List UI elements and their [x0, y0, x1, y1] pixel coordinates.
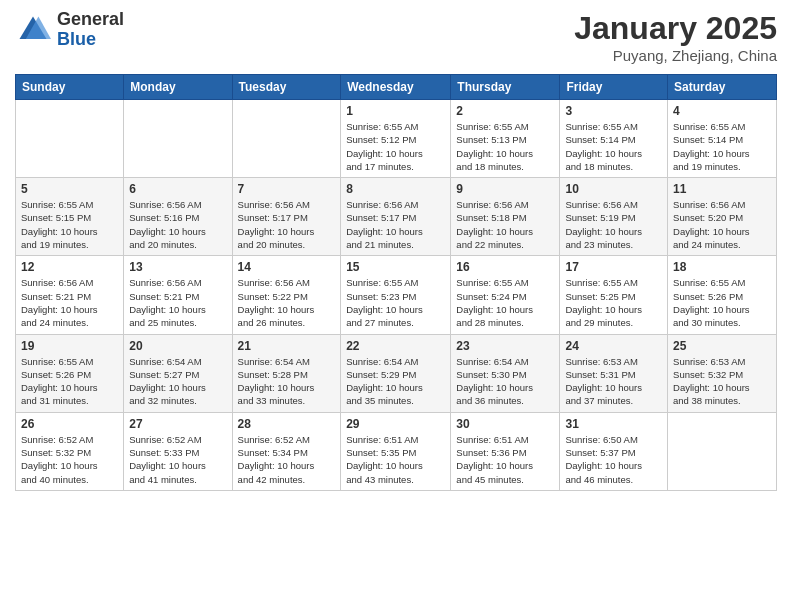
day-info: Sunrise: 6:51 AM Sunset: 5:35 PM Dayligh… [346, 433, 445, 486]
day-number: 25 [673, 339, 771, 353]
day-number: 6 [129, 182, 226, 196]
day-number: 16 [456, 260, 554, 274]
logo-icon [15, 12, 51, 48]
calendar-week-row: 1Sunrise: 6:55 AM Sunset: 5:12 PM Daylig… [16, 100, 777, 178]
calendar-cell: 3Sunrise: 6:55 AM Sunset: 5:14 PM Daylig… [560, 100, 668, 178]
calendar-cell: 27Sunrise: 6:52 AM Sunset: 5:33 PM Dayli… [124, 412, 232, 490]
calendar-cell: 17Sunrise: 6:55 AM Sunset: 5:25 PM Dayli… [560, 256, 668, 334]
calendar-cell: 22Sunrise: 6:54 AM Sunset: 5:29 PM Dayli… [341, 334, 451, 412]
day-number: 10 [565, 182, 662, 196]
calendar-cell: 12Sunrise: 6:56 AM Sunset: 5:21 PM Dayli… [16, 256, 124, 334]
title-block: January 2025 Puyang, Zhejiang, China [574, 10, 777, 64]
day-number: 14 [238, 260, 336, 274]
calendar-cell: 4Sunrise: 6:55 AM Sunset: 5:14 PM Daylig… [668, 100, 777, 178]
calendar-week-row: 19Sunrise: 6:55 AM Sunset: 5:26 PM Dayli… [16, 334, 777, 412]
day-info: Sunrise: 6:55 AM Sunset: 5:14 PM Dayligh… [565, 120, 662, 173]
calendar-cell: 8Sunrise: 6:56 AM Sunset: 5:17 PM Daylig… [341, 178, 451, 256]
day-number: 20 [129, 339, 226, 353]
logo-text: General Blue [57, 10, 124, 50]
day-number: 5 [21, 182, 118, 196]
day-info: Sunrise: 6:54 AM Sunset: 5:27 PM Dayligh… [129, 355, 226, 408]
day-number: 17 [565, 260, 662, 274]
day-number: 22 [346, 339, 445, 353]
calendar-cell [668, 412, 777, 490]
day-info: Sunrise: 6:56 AM Sunset: 5:22 PM Dayligh… [238, 276, 336, 329]
weekday-header: Sunday [16, 75, 124, 100]
day-number: 29 [346, 417, 445, 431]
day-info: Sunrise: 6:54 AM Sunset: 5:28 PM Dayligh… [238, 355, 336, 408]
day-number: 1 [346, 104, 445, 118]
day-info: Sunrise: 6:56 AM Sunset: 5:19 PM Dayligh… [565, 198, 662, 251]
month-title: January 2025 [574, 10, 777, 47]
calendar-cell: 14Sunrise: 6:56 AM Sunset: 5:22 PM Dayli… [232, 256, 341, 334]
day-number: 3 [565, 104, 662, 118]
calendar-cell: 28Sunrise: 6:52 AM Sunset: 5:34 PM Dayli… [232, 412, 341, 490]
calendar-cell: 15Sunrise: 6:55 AM Sunset: 5:23 PM Dayli… [341, 256, 451, 334]
day-info: Sunrise: 6:52 AM Sunset: 5:33 PM Dayligh… [129, 433, 226, 486]
calendar-week-row: 26Sunrise: 6:52 AM Sunset: 5:32 PM Dayli… [16, 412, 777, 490]
day-info: Sunrise: 6:52 AM Sunset: 5:32 PM Dayligh… [21, 433, 118, 486]
day-info: Sunrise: 6:56 AM Sunset: 5:21 PM Dayligh… [129, 276, 226, 329]
calendar-table: SundayMondayTuesdayWednesdayThursdayFrid… [15, 74, 777, 491]
day-number: 23 [456, 339, 554, 353]
day-number: 2 [456, 104, 554, 118]
day-info: Sunrise: 6:55 AM Sunset: 5:15 PM Dayligh… [21, 198, 118, 251]
day-number: 15 [346, 260, 445, 274]
day-number: 24 [565, 339, 662, 353]
weekday-header-row: SundayMondayTuesdayWednesdayThursdayFrid… [16, 75, 777, 100]
weekday-header: Tuesday [232, 75, 341, 100]
weekday-header: Thursday [451, 75, 560, 100]
day-number: 13 [129, 260, 226, 274]
logo: General Blue [15, 10, 124, 50]
day-number: 7 [238, 182, 336, 196]
day-number: 12 [21, 260, 118, 274]
calendar-cell: 6Sunrise: 6:56 AM Sunset: 5:16 PM Daylig… [124, 178, 232, 256]
page-header: General Blue January 2025 Puyang, Zhejia… [15, 10, 777, 64]
logo-blue: Blue [57, 30, 124, 50]
day-info: Sunrise: 6:55 AM Sunset: 5:26 PM Dayligh… [673, 276, 771, 329]
logo-general: General [57, 10, 124, 30]
calendar-cell: 19Sunrise: 6:55 AM Sunset: 5:26 PM Dayli… [16, 334, 124, 412]
calendar-cell: 2Sunrise: 6:55 AM Sunset: 5:13 PM Daylig… [451, 100, 560, 178]
calendar-cell: 21Sunrise: 6:54 AM Sunset: 5:28 PM Dayli… [232, 334, 341, 412]
calendar-cell: 31Sunrise: 6:50 AM Sunset: 5:37 PM Dayli… [560, 412, 668, 490]
location: Puyang, Zhejiang, China [574, 47, 777, 64]
day-info: Sunrise: 6:56 AM Sunset: 5:17 PM Dayligh… [238, 198, 336, 251]
calendar-week-row: 5Sunrise: 6:55 AM Sunset: 5:15 PM Daylig… [16, 178, 777, 256]
calendar-cell: 24Sunrise: 6:53 AM Sunset: 5:31 PM Dayli… [560, 334, 668, 412]
calendar-cell: 10Sunrise: 6:56 AM Sunset: 5:19 PM Dayli… [560, 178, 668, 256]
day-number: 28 [238, 417, 336, 431]
day-info: Sunrise: 6:54 AM Sunset: 5:30 PM Dayligh… [456, 355, 554, 408]
day-number: 31 [565, 417, 662, 431]
calendar-week-row: 12Sunrise: 6:56 AM Sunset: 5:21 PM Dayli… [16, 256, 777, 334]
day-number: 9 [456, 182, 554, 196]
calendar-cell: 30Sunrise: 6:51 AM Sunset: 5:36 PM Dayli… [451, 412, 560, 490]
day-info: Sunrise: 6:55 AM Sunset: 5:12 PM Dayligh… [346, 120, 445, 173]
weekday-header: Friday [560, 75, 668, 100]
day-info: Sunrise: 6:55 AM Sunset: 5:23 PM Dayligh… [346, 276, 445, 329]
day-number: 30 [456, 417, 554, 431]
day-info: Sunrise: 6:55 AM Sunset: 5:13 PM Dayligh… [456, 120, 554, 173]
calendar-cell: 25Sunrise: 6:53 AM Sunset: 5:32 PM Dayli… [668, 334, 777, 412]
day-number: 26 [21, 417, 118, 431]
calendar-cell [16, 100, 124, 178]
calendar-cell: 7Sunrise: 6:56 AM Sunset: 5:17 PM Daylig… [232, 178, 341, 256]
day-info: Sunrise: 6:56 AM Sunset: 5:21 PM Dayligh… [21, 276, 118, 329]
day-number: 18 [673, 260, 771, 274]
day-info: Sunrise: 6:54 AM Sunset: 5:29 PM Dayligh… [346, 355, 445, 408]
weekday-header: Monday [124, 75, 232, 100]
calendar-cell: 1Sunrise: 6:55 AM Sunset: 5:12 PM Daylig… [341, 100, 451, 178]
day-info: Sunrise: 6:55 AM Sunset: 5:26 PM Dayligh… [21, 355, 118, 408]
day-info: Sunrise: 6:56 AM Sunset: 5:17 PM Dayligh… [346, 198, 445, 251]
weekday-header: Wednesday [341, 75, 451, 100]
day-info: Sunrise: 6:56 AM Sunset: 5:18 PM Dayligh… [456, 198, 554, 251]
calendar-cell: 11Sunrise: 6:56 AM Sunset: 5:20 PM Dayli… [668, 178, 777, 256]
day-info: Sunrise: 6:55 AM Sunset: 5:24 PM Dayligh… [456, 276, 554, 329]
calendar-cell: 5Sunrise: 6:55 AM Sunset: 5:15 PM Daylig… [16, 178, 124, 256]
calendar-cell: 23Sunrise: 6:54 AM Sunset: 5:30 PM Dayli… [451, 334, 560, 412]
day-info: Sunrise: 6:51 AM Sunset: 5:36 PM Dayligh… [456, 433, 554, 486]
day-info: Sunrise: 6:56 AM Sunset: 5:20 PM Dayligh… [673, 198, 771, 251]
day-number: 11 [673, 182, 771, 196]
calendar-cell [232, 100, 341, 178]
day-info: Sunrise: 6:53 AM Sunset: 5:32 PM Dayligh… [673, 355, 771, 408]
